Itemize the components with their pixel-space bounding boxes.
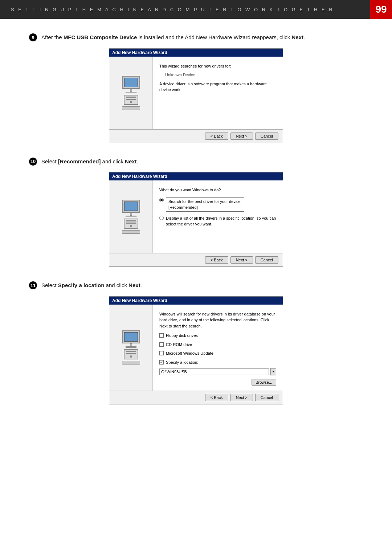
step-10-number: 10 <box>29 158 37 166</box>
step-11-text-after: and click Next. <box>104 282 142 288</box>
monitor-stand-3 <box>130 343 132 346</box>
checkbox-item-1: Floppy disk drives <box>159 333 276 339</box>
radio-group: Search for the best driver for your devi… <box>159 197 276 227</box>
monitor-stand-2 <box>130 213 132 216</box>
step-11-header: 11 Select Specify a location and click N… <box>29 281 363 290</box>
checkbox-2-box[interactable] <box>159 342 164 347</box>
wizard-2-question: What do you want Windows to do? <box>159 187 276 193</box>
wizard-2-body: What do you want Windows to do? Search f… <box>109 180 283 253</box>
browse-button[interactable]: Browse... <box>252 379 276 386</box>
radio-1-circle[interactable] <box>159 198 164 202</box>
keyboard-icon <box>122 106 140 110</box>
keyboard-icon-3 <box>122 361 140 364</box>
wizard-1-icons <box>122 76 140 110</box>
drive-button <box>130 101 132 103</box>
wizard-2-cancel-btn[interactable]: Cancel <box>255 256 278 264</box>
keyboard-icon-2 <box>122 230 140 234</box>
checkbox-3-label: Microsoft Windows Update <box>166 350 213 357</box>
drive-slot-4 <box>126 223 136 224</box>
step-9-text-after: is installed and the Add New Hardware Wi… <box>137 34 305 40</box>
wizard-1-line2: Unknown Device <box>165 72 276 78</box>
wizard-1-text: This wizard searches for new drivers for… <box>159 63 276 124</box>
wizard-1-line1: This wizard searches for new drivers for… <box>159 63 276 69</box>
wizard-dialog-1: Add New Hardware Wizard <box>109 48 283 143</box>
wizard-3-body: Windows will search for new drivers in i… <box>109 305 283 391</box>
location-input[interactable] <box>159 368 269 375</box>
monitor-base <box>126 92 136 93</box>
step-10-text: Select [Recommended] and click Next. <box>41 158 138 166</box>
page-header: S E T T I N G U P T H E M A C H I N E A … <box>0 0 392 19</box>
step-10-header: 10 Select [Recommended] and click Next. <box>29 158 363 166</box>
checkbox-3-box[interactable] <box>159 351 164 355</box>
step-10-section: 10 Select [Recommended] and click Next. … <box>29 158 363 267</box>
computer-icon-3 <box>122 330 140 348</box>
step-10-bold: [Recommended] <box>58 158 101 164</box>
wizard-3-text: Windows will search for new drivers in i… <box>159 311 276 386</box>
step-9-number: 9 <box>29 33 37 41</box>
step-11-bold: Specify a location <box>58 282 105 288</box>
checkbox-item-3: Microsoft Windows Update <box>159 350 276 357</box>
step-11-number: 11 <box>29 281 37 289</box>
checkbox-1-box[interactable] <box>159 333 164 338</box>
wizard-1-titlebar: Add New Hardware Wizard <box>109 49 283 57</box>
drive-slot-3 <box>126 220 136 221</box>
wizard-1-icon-panel <box>109 57 153 129</box>
wizard-1-back-btn[interactable]: < Back <box>205 133 228 140</box>
checkbox-4-label: Specify a location: <box>166 359 198 366</box>
step-9-bold: MFC USB Composite Device <box>64 34 137 40</box>
wizard-1-line3: A device driver is a software program th… <box>159 81 276 93</box>
step-9-text: After the MFC USB Composite Device is in… <box>41 33 305 42</box>
checkbox-item-2: CD-ROM drive <box>159 342 276 348</box>
wizard-3-icon-panel <box>109 305 153 391</box>
computer-icon-2 <box>122 200 140 217</box>
radio-2-label: Display a list of all the drivers in a s… <box>166 215 276 227</box>
wizard-2-content: What do you want Windows to do? Search f… <box>153 180 283 253</box>
computer-icon <box>122 76 140 93</box>
drive-slot-2 <box>126 99 136 100</box>
wizard-3-footer: < Back Next > Cancel <box>109 391 283 404</box>
monitor-screen <box>124 78 138 87</box>
wizard-3-icons <box>122 330 140 364</box>
wizard-3-cancel-btn[interactable]: Cancel <box>255 394 278 401</box>
radio-1-label: Search for the best driver for your devi… <box>166 197 244 212</box>
header-title: S E T T I N G U P T H E M A C H I N E A … <box>11 7 334 12</box>
wizard-1-cancel-btn[interactable]: Cancel <box>255 133 278 140</box>
checkbox-1-label: Floppy disk drives <box>166 333 198 339</box>
dropdown-arrow-icon[interactable]: ▼ <box>270 368 276 375</box>
radio-2-circle[interactable] <box>159 216 164 220</box>
wizard-2-icons <box>122 200 140 234</box>
step-9-header: 9 After the MFC USB Composite Device is … <box>29 33 363 42</box>
drive-slot-6 <box>126 353 136 354</box>
page-number: 99 <box>370 0 392 19</box>
step-9-section: 9 After the MFC USB Composite Device is … <box>29 33 363 143</box>
monitor-base-3 <box>126 346 136 348</box>
wizard-2-titlebar: Add New Hardware Wizard <box>109 172 283 180</box>
wizard-2-back-btn[interactable]: < Back <box>205 256 228 264</box>
wizard-1-next-btn[interactable]: Next > <box>230 133 253 140</box>
wizard-1-content: This wizard searches for new drivers for… <box>153 57 283 129</box>
step-11-section: 11 Select Specify a location and click N… <box>29 281 363 404</box>
drive-slot-5 <box>126 351 136 352</box>
disk-drive-3 <box>124 349 138 359</box>
monitor-screen-3 <box>124 332 138 342</box>
wizard-3-back-btn[interactable]: < Back <box>205 394 228 401</box>
wizard-3-content: Windows will search for new drivers in i… <box>153 305 283 391</box>
wizard-3-intro: Windows will search for new drivers in i… <box>159 311 276 329</box>
radio-item-2: Display a list of all the drivers in a s… <box>159 215 276 227</box>
step-10-text-after: and click Next. <box>101 158 138 164</box>
drive-slot-1 <box>126 97 136 98</box>
checkbox-2-label: CD-ROM drive <box>166 342 192 348</box>
wizard-2-icon-panel <box>109 180 153 253</box>
disk-drive-2 <box>124 219 138 229</box>
monitor <box>122 76 140 89</box>
wizard-2-footer: < Back Next > Cancel <box>109 253 283 266</box>
monitor-3 <box>122 330 140 343</box>
wizard-1-footer: < Back Next > Cancel <box>109 129 283 143</box>
wizard-3-next-btn[interactable]: Next > <box>230 394 253 401</box>
location-row: ▼ <box>159 368 276 375</box>
wizard-1-body: This wizard searches for new drivers for… <box>109 57 283 129</box>
checkbox-4-box[interactable] <box>159 360 164 364</box>
monitor-2 <box>122 200 140 213</box>
wizard-2-next-btn[interactable]: Next > <box>230 256 253 264</box>
monitor-stand <box>130 89 132 92</box>
